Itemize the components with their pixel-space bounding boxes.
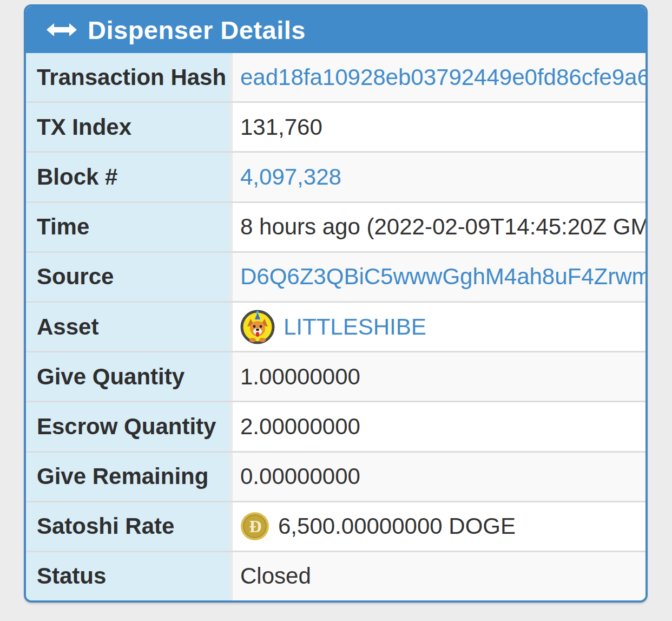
transaction-hash-link[interactable]: ead18fa10928eb03792449e0fd86cfe9a6 bbox=[240, 64, 645, 90]
satoshi-rate-value: 6,500.00000000 DOGE bbox=[278, 513, 516, 539]
table-row-block-number: Block # 4,097,328 bbox=[26, 151, 645, 201]
dispenser-details-panel: Dispenser Details Transaction Hash ead18… bbox=[24, 4, 648, 603]
row-label: Time bbox=[26, 203, 233, 251]
dogecoin-icon: Ð bbox=[240, 512, 269, 541]
table-row-satoshi-rate: Satoshi Rate Ð 6,500.00000000 DOGE bbox=[26, 501, 645, 551]
table-row-transaction-hash: Transaction Hash ead18fa10928eb03792449e… bbox=[26, 53, 645, 101]
table-row-give-quantity: Give Quantity 1.00000000 bbox=[26, 351, 645, 401]
row-label: Block # bbox=[26, 153, 233, 201]
escrow-quantity-value: 2.00000000 bbox=[240, 414, 360, 440]
table-row-asset: Asset bbox=[26, 301, 645, 351]
status-value: Closed bbox=[240, 563, 311, 589]
time-value: 8 hours ago (2022-02-09T14:45:20Z GMT) bbox=[240, 214, 645, 240]
give-quantity-value: 1.00000000 bbox=[240, 364, 360, 390]
asset-name-link[interactable]: LITTLESHIBE bbox=[284, 314, 426, 340]
table-row-source: Source D6Q6Z3QBiC5wwwGghM4ah8uF4Zrwm bbox=[26, 251, 645, 301]
source-address-link[interactable]: D6Q6Z3QBiC5wwwGghM4ah8uF4Zrwm bbox=[240, 264, 645, 290]
give-remaining-value: 0.00000000 bbox=[240, 463, 360, 489]
row-label: Asset bbox=[26, 303, 233, 351]
page-title: Dispenser Details bbox=[88, 15, 306, 45]
block-number-link[interactable]: 4,097,328 bbox=[240, 164, 341, 190]
row-label: TX Index bbox=[26, 103, 233, 151]
littleshibe-asset-icon bbox=[240, 310, 275, 344]
row-label: Satoshi Rate bbox=[26, 502, 233, 551]
svg-text:Ð: Ð bbox=[249, 517, 261, 536]
row-label: Give Quantity bbox=[26, 352, 233, 401]
arrows-horizontal-icon bbox=[45, 22, 78, 38]
tx-index-value: 131,760 bbox=[240, 114, 322, 140]
row-label: Escrow Quantity bbox=[26, 402, 233, 450]
row-label: Source bbox=[26, 253, 233, 301]
panel-header: Dispenser Details bbox=[26, 6, 645, 53]
row-label: Transaction Hash bbox=[26, 53, 233, 101]
table-row-status: Status Closed bbox=[26, 551, 645, 600]
row-label: Give Remaining bbox=[26, 453, 233, 501]
table-row-tx-index: TX Index 131,760 bbox=[26, 101, 645, 151]
details-table: Transaction Hash ead18fa10928eb03792449e… bbox=[26, 53, 645, 600]
table-row-give-remaining: Give Remaining 0.00000000 bbox=[26, 451, 645, 501]
table-row-escrow-quantity: Escrow Quantity 2.00000000 bbox=[26, 401, 645, 450]
row-label: Status bbox=[26, 552, 233, 600]
table-row-time: Time 8 hours ago (2022-02-09T14:45:20Z G… bbox=[26, 201, 645, 251]
